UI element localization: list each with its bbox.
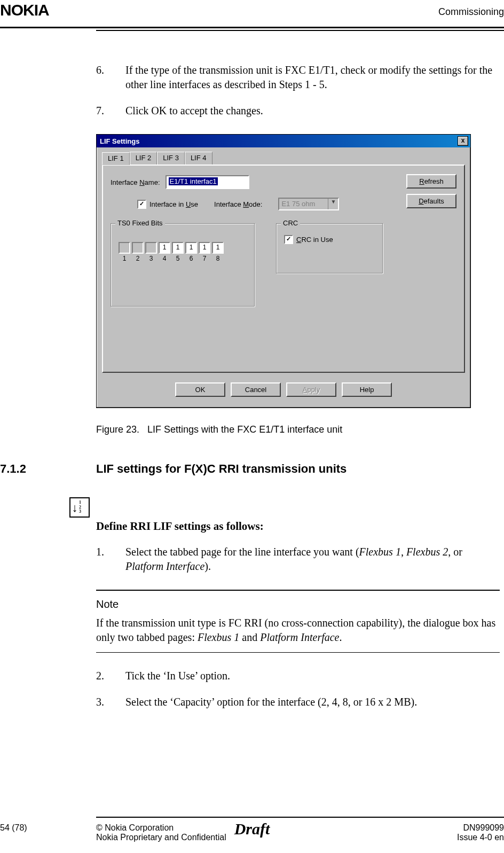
tab-lif4[interactable]: LIF 4 xyxy=(185,152,212,165)
note-block: Note If the transmission unit type is FC… xyxy=(96,590,500,653)
step-text: Click OK to accept the changes. xyxy=(125,104,500,118)
step-number: 1. xyxy=(96,545,125,574)
ts0-bit-6[interactable]: 1 xyxy=(185,242,197,254)
apply-button[interactable]: Apply xyxy=(286,382,336,397)
ts0-label: 3 xyxy=(145,255,157,262)
dialog-title: LIF Settings xyxy=(99,137,458,145)
ts0-bit-1[interactable] xyxy=(119,242,130,254)
icon-num: 3 xyxy=(79,510,81,514)
tab-strip: LIF 1 LIF 2 LIF 3 LIF 4 xyxy=(102,152,465,165)
interface-name-input[interactable]: E1/T1 interfac1 xyxy=(166,175,249,189)
crc-in-use-checkbox[interactable]: ✓ CRC in Use xyxy=(284,235,333,244)
ts0-label: 5 xyxy=(172,255,184,262)
nokia-logo: NOKIA xyxy=(0,1,49,19)
ts0-bit-2[interactable] xyxy=(132,242,144,254)
ts0-bit-8[interactable]: 1 xyxy=(212,242,224,254)
ts0-bit-4[interactable]: 1 xyxy=(159,242,170,254)
step-number: 3. xyxy=(96,695,125,709)
step-text: Tick the ‘In Use’ option. xyxy=(125,669,500,683)
ts0-label: 1 xyxy=(119,255,130,262)
tab-lif1[interactable]: LIF 1 xyxy=(102,152,130,165)
figure-caption: Figure 23. LIF Settings with the FXC E1/… xyxy=(96,424,500,435)
footer-copyright: © Nokia Corporation xyxy=(96,823,457,833)
note-body: If the transmission unit type is FC RRI … xyxy=(96,616,500,645)
interface-mode-value: E1 75 ohm xyxy=(279,199,328,209)
steps-icon: ↓ 1 2 3 xyxy=(69,497,90,518)
checkbox-icon: ✓ xyxy=(137,200,146,209)
arrow-down-icon: ↓ xyxy=(70,498,79,517)
step-text: If the type of the transmission unit is … xyxy=(125,63,500,92)
interface-name-label: Interface Name: xyxy=(111,178,160,186)
interface-mode-combo[interactable]: E1 75 ohm ▼ xyxy=(278,198,339,210)
ok-button[interactable]: OK xyxy=(175,382,225,397)
crc-legend: CRC xyxy=(281,219,300,227)
tab-panel: Refresh Defaults Interface Name: E1/T1 i… xyxy=(102,165,465,373)
ts0-label: 7 xyxy=(199,255,210,262)
interface-in-use-checkbox[interactable]: ✓ Interface in Use xyxy=(137,200,198,209)
refresh-button[interactable]: Refresh xyxy=(406,174,456,189)
defaults-button[interactable]: Defaults xyxy=(406,194,456,208)
header-section: Commissioning xyxy=(438,6,504,18)
step-number: 7. xyxy=(96,104,125,118)
ts0-label: 4 xyxy=(159,255,170,262)
footer-issue: Issue 4-0 en xyxy=(457,833,504,842)
tab-lif2[interactable]: LIF 2 xyxy=(130,152,158,165)
ts0-groupbox: TS0 Fixed Bits 1 2 3 14 15 16 17 18 xyxy=(111,223,255,307)
section-number: 7.1.2 xyxy=(0,462,26,476)
dialog-titlebar: LIF Settings x xyxy=(97,135,470,147)
ts0-bit-3[interactable] xyxy=(145,242,157,254)
footer-confidential: Nokia Proprietary and Confidential xyxy=(96,833,457,842)
ts0-label: 2 xyxy=(132,255,144,262)
step-number: 2. xyxy=(96,669,125,683)
ts0-legend: TS0 Fixed Bits xyxy=(115,219,165,227)
footer-page: 54 (78) xyxy=(0,823,96,842)
define-heading: Define RRI LIF settings as follows: xyxy=(96,520,500,533)
footer-draft: Draft xyxy=(234,820,270,838)
note-title: Note xyxy=(96,598,500,611)
cancel-button[interactable]: Cancel xyxy=(231,382,281,397)
close-button[interactable]: x xyxy=(458,136,468,146)
footer-doc: DN999099 xyxy=(457,823,504,833)
step-number: 6. xyxy=(96,63,125,92)
interface-mode-label: Interface Mode: xyxy=(214,200,262,208)
step-text: Select the tabbed page for the line inte… xyxy=(125,545,500,574)
interface-in-use-label: Interface in Use xyxy=(149,200,198,208)
ts0-label: 6 xyxy=(185,255,197,262)
crc-label: CRC in Use xyxy=(296,236,333,244)
crc-groupbox: CRC ✓ CRC in Use xyxy=(276,223,383,273)
help-button[interactable]: Help xyxy=(342,382,392,397)
section-title: LIF settings for F(X)C RRI transmission … xyxy=(96,462,346,476)
ts0-bit-7[interactable]: 1 xyxy=(199,242,210,254)
ts0-bit-5[interactable]: 1 xyxy=(172,242,184,254)
ts0-label: 8 xyxy=(212,255,224,262)
chevron-down-icon: ▼ xyxy=(328,199,338,209)
step-text: Select the ‘Capacity’ option for the int… xyxy=(125,695,500,709)
tab-lif3[interactable]: LIF 3 xyxy=(157,152,185,165)
checkbox-icon: ✓ xyxy=(284,235,293,244)
lif-settings-dialog: LIF Settings x LIF 1 LIF 2 LIF 3 LIF 4 R… xyxy=(96,134,471,408)
